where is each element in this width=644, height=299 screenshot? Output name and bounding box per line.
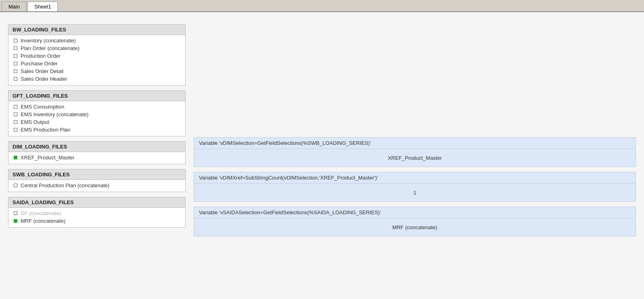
- empty-square-icon: [13, 46, 18, 51]
- section-header-bw: BW_LOADING_FILES: [8, 25, 185, 35]
- item-label: Central Production Plan (concatenate): [21, 182, 109, 188]
- item-label: Sales Order Detail: [21, 68, 63, 74]
- list-item[interactable]: Inventory (concatenate): [13, 37, 181, 44]
- item-label: EMS Output: [21, 119, 49, 125]
- info-block-saida: Variable 'vSAIDASelection=GetFieldSelect…: [194, 207, 636, 236]
- list-item[interactable]: EMS Output: [13, 118, 181, 126]
- section-saida-loading-files: SAIDA_LOADING_FILES DF (concatenate) MRF…: [8, 197, 186, 228]
- section-items-dim: XREF_Product_Master: [8, 152, 185, 164]
- section-dim-loading-files: DIM_LOADING_FILES XREF_Product_Master: [8, 141, 186, 164]
- empty-square-icon: [13, 211, 18, 216]
- section-items-bw: Inventory (concatenate) Plan Order (conc…: [8, 35, 185, 85]
- tab-bar: Main Sheet1: [0, 0, 644, 12]
- item-label: EMS Production Plan: [21, 127, 71, 133]
- list-item[interactable]: Sales Order Header: [13, 75, 181, 83]
- list-item[interactable]: DF (concatenate): [13, 209, 181, 217]
- section-header-gft: GFT_LOADING_FILES: [8, 91, 185, 101]
- section-header-swb: SWB_LOADING_FILES: [8, 169, 185, 180]
- item-label: DF (concatenate): [21, 210, 61, 216]
- list-item[interactable]: Sales Order Detail: [13, 67, 181, 75]
- item-label: EMS Inventory (concatenate): [21, 111, 88, 117]
- item-label: Inventory (concatenate): [21, 38, 76, 44]
- empty-square-icon: [13, 183, 18, 188]
- section-items-gft: EMS Consumption EMS Inventory (concatena…: [8, 101, 185, 136]
- empty-square-icon: [13, 53, 18, 59]
- empty-square-icon: [13, 104, 18, 110]
- info-block-dim: Variable 'vDIMXref=SubStringCount(vDIMSe…: [194, 172, 636, 202]
- green-square-icon: [13, 218, 18, 224]
- section-swb-loading-files: SWB_LOADING_FILES Central Production Pla…: [8, 169, 186, 192]
- empty-square-icon: [13, 119, 18, 125]
- tab-main[interactable]: Main: [2, 2, 27, 11]
- section-items-swb: Central Production Plan (concatenate): [8, 180, 185, 192]
- list-item[interactable]: EMS Inventory (concatenate): [13, 111, 181, 118]
- info-block-header: Variable 'vSAIDASelection=GetFieldSelect…: [194, 207, 636, 218]
- list-item[interactable]: Plan Order (concatenate): [13, 44, 181, 52]
- section-header-dim: DIM_LOADING_FILES: [8, 142, 185, 152]
- list-item[interactable]: EMS Consumption: [13, 103, 181, 111]
- list-item[interactable]: EMS Production Plan: [13, 126, 181, 134]
- item-label: Purchase Order: [21, 61, 58, 67]
- empty-square-icon: [13, 61, 18, 67]
- right-panel: Variable 'vDIMSelection=GetFieldSelectio…: [194, 24, 636, 291]
- list-item[interactable]: Production Order: [13, 52, 181, 60]
- section-items-saida: DF (concatenate) MRF (concatenate): [8, 208, 185, 227]
- empty-square-icon: [13, 69, 18, 74]
- section-gft-loading-files: GFT_LOADING_FILES EMS Consumption EMS In…: [8, 90, 186, 136]
- empty-square-icon: [13, 38, 18, 44]
- green-square-icon: [13, 155, 18, 161]
- info-block-body: 1: [194, 184, 636, 201]
- item-label: XREF_Product_Master: [21, 155, 75, 161]
- item-label: EMS Consumption: [21, 104, 64, 110]
- item-label: MRF (concatenate): [21, 218, 65, 224]
- list-item[interactable]: XREF_Product_Master: [13, 154, 181, 161]
- section-header-saida: SAIDA_LOADING_FILES: [8, 197, 185, 208]
- tab-sheet1[interactable]: Sheet1: [27, 2, 58, 11]
- section-bw-loading-files: BW_LOADING_FILES Inventory (concatenate)…: [8, 24, 186, 86]
- left-panel: BW_LOADING_FILES Inventory (concatenate)…: [8, 24, 186, 291]
- item-label: Production Order: [21, 53, 61, 59]
- info-block-body: MRF (concatenate): [194, 218, 636, 236]
- main-content: BW_LOADING_FILES Inventory (concatenate)…: [0, 12, 644, 299]
- item-label: Plan Order (concatenate): [21, 45, 79, 51]
- list-item[interactable]: Central Production Plan (concatenate): [13, 182, 181, 189]
- item-label: Sales Order Header: [21, 76, 67, 82]
- info-block-swb: Variable 'vDIMSelection=GetFieldSelectio…: [194, 137, 636, 167]
- info-block-header: Variable 'vDIMSelection=GetFieldSelectio…: [194, 138, 636, 149]
- list-item[interactable]: MRF (concatenate): [13, 217, 181, 225]
- empty-square-icon: [13, 112, 18, 117]
- info-block-header: Variable 'vDIMXref=SubStringCount(vDIMSe…: [194, 172, 636, 184]
- empty-square-icon: [13, 127, 18, 133]
- empty-square-icon: [13, 76, 18, 82]
- info-block-body: XREF_Product_Master: [194, 149, 636, 167]
- list-item[interactable]: Purchase Order: [13, 60, 181, 67]
